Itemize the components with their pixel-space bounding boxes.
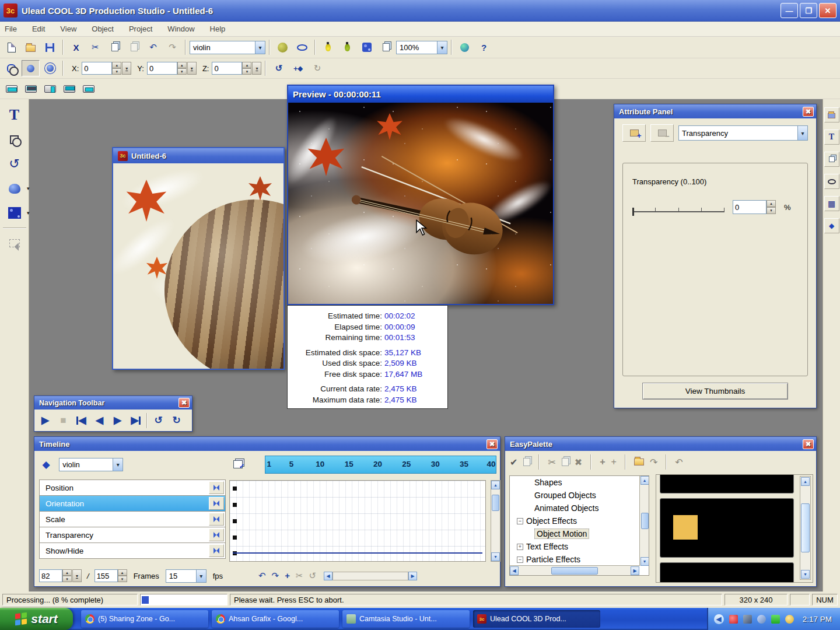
z-stepper[interactable]: ▴▾ ▾: [212, 62, 261, 75]
tree-item-text-effects[interactable]: +Text Effects: [510, 540, 649, 553]
effect-thumbnail-selected[interactable]: [660, 498, 794, 558]
view-bottom-icon[interactable]: [79, 80, 97, 97]
track-position[interactable]: Position: [39, 480, 226, 496]
fps-dropdown[interactable]: 15 ▾: [166, 569, 206, 583]
rotate-object-icon[interactable]: ↺: [270, 60, 288, 76]
attribute-panel-titlebar[interactable]: Attribute Panel ✖: [614, 104, 816, 118]
easypalette-titlebar[interactable]: EasyPalette ✖: [505, 437, 816, 451]
view-thumbnails-button[interactable]: View Thumbnails: [642, 383, 788, 400]
new-icon[interactable]: [2, 39, 20, 55]
select-tool-icon[interactable]: [4, 233, 25, 253]
first-frame-button[interactable]: ◀: [72, 411, 90, 429]
scroll-right-icon[interactable]: ▶: [408, 572, 417, 580]
previous-frame-button[interactable]: ◀: [90, 411, 108, 429]
hide-icons-chevron[interactable]: ◀: [714, 614, 724, 624]
menu-file[interactable]: File: [5, 24, 17, 33]
y-down-icon[interactable]: ▾: [177, 68, 187, 75]
down-icon[interactable]: ▾: [62, 576, 72, 582]
preview-titlebar[interactable]: Preview - 00:00:00:11: [288, 86, 553, 103]
next-frame-button[interactable]: ▶: [108, 411, 127, 429]
view-top-icon[interactable]: [22, 80, 40, 97]
keyframe-marker[interactable]: [233, 487, 237, 491]
transparency-stepper[interactable]: ▴▾: [733, 200, 776, 214]
thumbnails-scrollbar[interactable]: ▴ ▾: [800, 476, 811, 580]
view-front-icon[interactable]: [2, 80, 20, 97]
view-side-icon[interactable]: [41, 80, 59, 97]
track-transparency[interactable]: Transparency: [39, 527, 226, 543]
x-stepper[interactable]: ▴▾ ▾: [82, 62, 131, 75]
sphere-tool-icon[interactable]: ▾: [4, 178, 25, 198]
effect-thumbnail[interactable]: [660, 474, 794, 494]
x-extra-button[interactable]: ▾: [122, 62, 131, 75]
scroll-down-icon[interactable]: ▾: [491, 552, 500, 561]
effect-thumbnail[interactable]: [660, 562, 794, 583]
x-input[interactable]: [82, 62, 112, 75]
play-button[interactable]: ▶: [36, 411, 54, 429]
insert-text-icon[interactable]: T: [4, 105, 25, 125]
timeline-titlebar[interactable]: Timeline ✖: [34, 437, 500, 451]
attribute-dropdown[interactable]: Transparency ▾: [678, 125, 808, 141]
add-attribute-keyframe-button[interactable]: [622, 124, 646, 142]
transparency-slider[interactable]: [632, 202, 724, 212]
taskbar-item-camtasia[interactable]: Camtasia Studio - Unt...: [342, 610, 470, 628]
tree-horizontal-scrollbar[interactable]: ◀ ▶: [510, 565, 639, 575]
image-panel-icon[interactable]: [824, 107, 839, 123]
tray-icon-download[interactable]: [771, 615, 780, 624]
easypalette-toggle-icon[interactable]: [824, 152, 839, 167]
minimize-button[interactable]: —: [780, 3, 798, 18]
close-button[interactable]: ✕: [819, 3, 836, 18]
keyframe-panel-icon[interactable]: ◆: [824, 218, 839, 233]
down-icon[interactable]: ▾: [766, 207, 776, 214]
taskbar-item-ahsan-grafix[interactable]: Ahsan Grafix - Googl...: [212, 610, 339, 628]
menu-window[interactable]: Window: [167, 24, 194, 33]
scroll-up-icon[interactable]: ▴: [640, 476, 649, 485]
keyframe-marker[interactable]: [233, 503, 237, 507]
track-scale[interactable]: Scale: [39, 511, 226, 527]
close-icon[interactable]: ✖: [487, 439, 498, 449]
menu-edit[interactable]: Edit: [32, 24, 45, 33]
timeline-ruler[interactable]: 1 5 10 15 20 25 30 35 40: [265, 456, 496, 474]
close-icon[interactable]: ✖: [803, 439, 814, 449]
add-group-icon[interactable]: +: [611, 457, 617, 467]
texture-tool-icon[interactable]: ▾: [4, 203, 25, 223]
copy-icon[interactable]: [523, 458, 530, 466]
pin-icon[interactable]: [209, 528, 224, 541]
prev-keyframe-icon[interactable]: ↶: [258, 570, 266, 581]
menu-project[interactable]: Project: [129, 24, 152, 33]
timeline-horizontal-scrollbar[interactable]: ◀ ▶: [324, 572, 417, 580]
open-icon[interactable]: [22, 39, 40, 55]
cut-icon[interactable]: ✂: [86, 39, 104, 55]
copy-keyframes-icon[interactable]: [230, 456, 246, 473]
save-icon[interactable]: [41, 39, 59, 55]
pin-icon[interactable]: [209, 497, 224, 510]
current-frame-input[interactable]: [39, 569, 62, 582]
timeline-vertical-scrollbar[interactable]: ▴ ▾: [491, 480, 501, 562]
refresh-button[interactable]: ↻: [167, 411, 186, 429]
up-icon[interactable]: ▴: [766, 200, 776, 207]
chevron-down-icon[interactable]: ▾: [196, 570, 206, 582]
tree-item-particle-effects[interactable]: −Particle Effects: [510, 553, 649, 566]
object-select-dropdown[interactable]: violin ▾: [190, 41, 265, 54]
track-showhide[interactable]: Show/Hide: [39, 542, 226, 559]
stop-button[interactable]: ■: [54, 411, 72, 429]
close-icon[interactable]: ✖: [178, 398, 190, 408]
tray-icon-info[interactable]: [785, 615, 794, 624]
slider-handle[interactable]: [632, 208, 634, 216]
paste-icon[interactable]: [125, 39, 143, 55]
scroll-down-icon[interactable]: ▾: [801, 570, 810, 579]
keyframe-marker[interactable]: [233, 519, 237, 523]
z-input[interactable]: [212, 62, 242, 75]
collapse-icon[interactable]: −: [517, 556, 523, 563]
track-orientation[interactable]: Orientation: [39, 495, 226, 512]
apply-icon[interactable]: ✔: [510, 457, 517, 468]
camera-hand-icon[interactable]: [358, 39, 376, 55]
up-icon[interactable]: ▴: [118, 569, 127, 576]
y-up-icon[interactable]: ▴: [177, 62, 187, 68]
add-keyframe-icon[interactable]: +◆: [289, 60, 307, 76]
chevron-down-icon[interactable]: ▾: [437, 41, 447, 54]
scroll-right-icon[interactable]: ▶: [631, 566, 639, 575]
delete-icon[interactable]: ✖: [575, 457, 582, 468]
context-help-icon[interactable]: ?: [475, 39, 493, 55]
studio-projector-icon[interactable]: [824, 174, 839, 189]
scroll-thumb[interactable]: [551, 567, 598, 575]
